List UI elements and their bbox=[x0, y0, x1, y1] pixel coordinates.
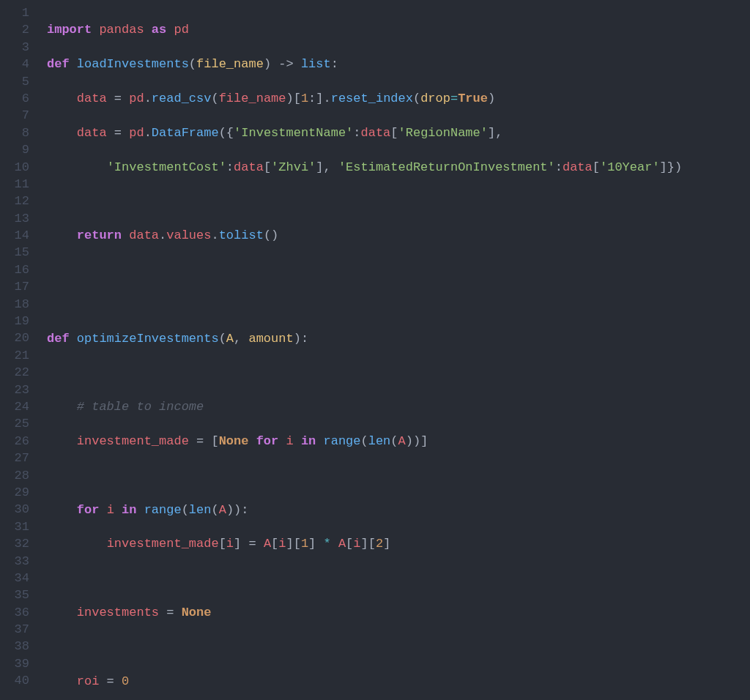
line-number: 38 bbox=[0, 638, 29, 655]
code-line bbox=[47, 193, 750, 209]
line-number: 29 bbox=[0, 484, 29, 501]
line-number: 17 bbox=[0, 278, 29, 295]
code-line bbox=[47, 261, 750, 278]
code-line: for i in range(len(A)): bbox=[47, 502, 750, 518]
line-number-gutter: 1234567891011121314151617181920212223242… bbox=[0, 4, 35, 700]
line-number: 33 bbox=[0, 553, 29, 570]
line-number: 32 bbox=[0, 535, 29, 552]
line-number: 9 bbox=[0, 141, 29, 158]
line-number: 7 bbox=[0, 107, 29, 124]
code-editor[interactable]: 1234567891011121314151617181920212223242… bbox=[0, 0, 750, 700]
line-number: 6 bbox=[0, 90, 29, 107]
line-number: 8 bbox=[0, 124, 29, 141]
line-number: 31 bbox=[0, 518, 29, 535]
line-number: 11 bbox=[0, 176, 29, 193]
line-number: 4 bbox=[0, 56, 29, 72]
line-number: 10 bbox=[0, 159, 29, 176]
line-number: 24 bbox=[0, 398, 29, 415]
code-line: roi = 0 bbox=[47, 673, 750, 690]
code-line: data = pd.read_csv(file_name)[1:].reset_… bbox=[47, 90, 750, 107]
keyword-import: import bbox=[47, 23, 92, 37]
code-line: import pandas as pd bbox=[47, 21, 750, 38]
line-number: 20 bbox=[0, 329, 29, 346]
line-number: 12 bbox=[0, 193, 29, 209]
line-number: 34 bbox=[0, 570, 29, 587]
line-number: 37 bbox=[0, 621, 29, 638]
line-number: 36 bbox=[0, 604, 29, 621]
line-number: 14 bbox=[0, 227, 29, 244]
code-line: return data.values.tolist() bbox=[47, 227, 750, 244]
line-number: 26 bbox=[0, 433, 29, 450]
line-number: 15 bbox=[0, 244, 29, 261]
line-number: 22 bbox=[0, 364, 29, 381]
line-number: 1 bbox=[0, 4, 29, 21]
line-number: 5 bbox=[0, 73, 29, 90]
code-line: 'InvestmentCost':data['Zhvi'], 'Estimate… bbox=[47, 159, 750, 176]
code-line: def optimizeInvestments(A, amount): bbox=[47, 330, 750, 347]
code-line bbox=[47, 570, 750, 587]
code-line bbox=[47, 467, 750, 484]
code-line: data = pd.DataFrame({'InvestmentName':da… bbox=[47, 124, 750, 141]
line-number: 16 bbox=[0, 261, 29, 278]
line-number: 21 bbox=[0, 347, 29, 364]
code-line: def loadInvestments(file_name) -> list: bbox=[47, 56, 750, 72]
line-number: 2 bbox=[0, 21, 29, 38]
line-number: 19 bbox=[0, 313, 29, 329]
line-number: 25 bbox=[0, 415, 29, 432]
line-number: 40 bbox=[0, 672, 29, 689]
line-number: 27 bbox=[0, 450, 29, 466]
line-number: 39 bbox=[0, 655, 29, 672]
line-number: 18 bbox=[0, 296, 29, 313]
code-line: investment_made[i] = A[i][1] * A[i][2] bbox=[47, 535, 750, 552]
code-line: investment_made = [None for i in range(l… bbox=[47, 433, 750, 450]
code-line bbox=[47, 296, 750, 313]
code-line: # table to income bbox=[47, 398, 750, 415]
line-number: 3 bbox=[0, 39, 29, 56]
code-line: investments = None bbox=[47, 604, 750, 621]
line-number: 28 bbox=[0, 467, 29, 484]
code-line bbox=[47, 364, 750, 381]
code-line bbox=[47, 638, 750, 655]
line-number: 13 bbox=[0, 210, 29, 227]
line-number: 35 bbox=[0, 587, 29, 603]
code-area[interactable]: import pandas as pd def loadInvestments(… bbox=[35, 4, 750, 700]
line-number: 30 bbox=[0, 501, 29, 518]
line-number: 23 bbox=[0, 381, 29, 398]
